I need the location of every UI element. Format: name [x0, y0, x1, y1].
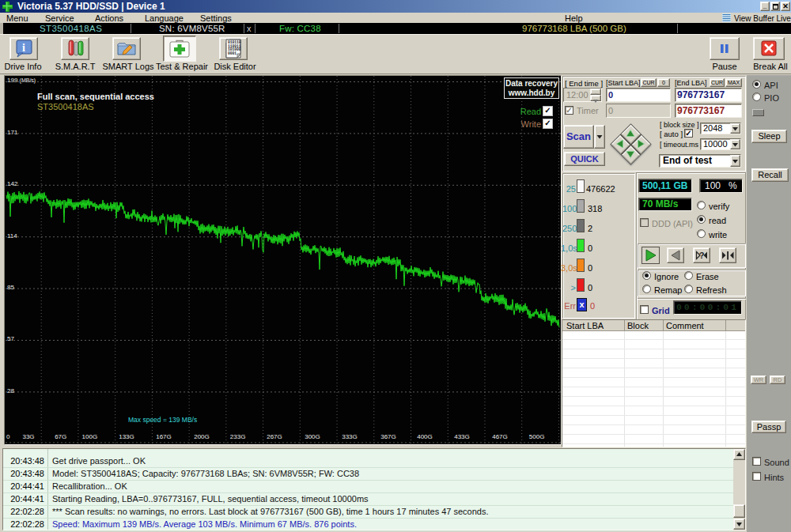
svg-text:0001: 0001 [228, 51, 237, 55]
svg-text:i: i [22, 42, 25, 54]
